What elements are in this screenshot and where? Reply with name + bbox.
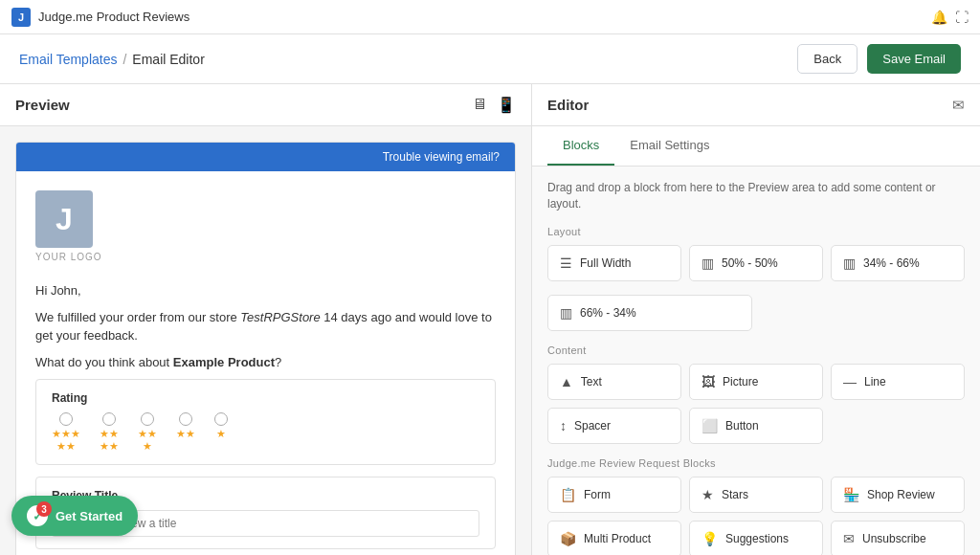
tab-blocks[interactable]: Blocks xyxy=(547,126,614,166)
greeting-text: Hi John, xyxy=(35,281,496,300)
logo-label: YOUR LOGO xyxy=(35,252,496,262)
block-stars-label: Stars xyxy=(722,488,748,501)
breadcrumb-link[interactable]: Email Templates xyxy=(19,52,117,67)
email-preview: Trouble viewing email? J YOUR LOGO Hi Jo… xyxy=(15,142,516,555)
preview-panel-header: Preview 🖥 📱 xyxy=(0,84,531,126)
stars-icon: ★ xyxy=(702,487,714,502)
content-section-label: Content xyxy=(547,344,965,356)
desktop-view-icon[interactable]: 🖥 xyxy=(472,96,487,114)
block-text[interactable]: ▲ Text xyxy=(547,364,681,400)
rating-option-3[interactable]: ★★★ xyxy=(138,412,157,453)
back-button[interactable]: Back xyxy=(797,44,858,74)
breadcrumb-current: Email Editor xyxy=(132,52,204,67)
layout-blocks-row2: ▥ 66% - 34% xyxy=(547,295,965,331)
block-spacer[interactable]: ↕ Spacer xyxy=(547,408,681,444)
notification-icon[interactable]: 🔔 xyxy=(931,10,947,25)
radio-5[interactable] xyxy=(59,412,73,426)
preview-view-toggles: 🖥 📱 xyxy=(472,96,516,114)
store-name: TestRPGStore xyxy=(240,310,320,324)
radio-2[interactable] xyxy=(179,412,192,426)
block-34-66-label: 34% - 66% xyxy=(863,256,920,270)
layout-section-label: Layout xyxy=(547,226,965,237)
email-logo-area: J YOUR LOGO xyxy=(16,171,515,281)
full-width-icon: ☰ xyxy=(560,255,572,271)
block-picture-label: Picture xyxy=(723,375,758,388)
body-text-2: What do you think about Example Product? xyxy=(35,353,496,372)
body-text-1: We fulfilled your order from our store T… xyxy=(35,308,496,345)
judgeme-section-label: Judge.me Review Request Blocks xyxy=(547,457,965,469)
block-multi-product[interactable]: 📦 Multi Product xyxy=(547,521,681,555)
block-text-label: Text xyxy=(581,375,602,388)
preview-content: Trouble viewing email? J YOUR LOGO Hi Jo… xyxy=(0,126,531,555)
top-bar-actions: 🔔 ⛶ xyxy=(931,10,969,25)
app-title: Judge.me Product Reviews xyxy=(38,10,189,24)
block-66-34-label: 66% - 34% xyxy=(580,306,636,320)
suggestions-icon: 💡 xyxy=(702,531,718,546)
rating-option-2[interactable]: ★★ xyxy=(176,412,195,440)
trouble-bar: Trouble viewing email? xyxy=(16,143,515,171)
block-form[interactable]: 📋 Form xyxy=(547,477,681,513)
stars-3: ★★★ xyxy=(138,428,157,453)
block-shop-review-label: Shop Review xyxy=(867,488,935,501)
rating-label: Rating xyxy=(52,391,479,405)
stars-1: ★ xyxy=(216,428,226,440)
block-unsubscribe[interactable]: ✉ Unsubscribe xyxy=(831,521,965,555)
breadcrumb: Email Templates / Email Editor xyxy=(19,52,205,67)
block-picture[interactable]: 🖼 Picture xyxy=(689,364,823,400)
product-name: Example Product xyxy=(173,355,275,369)
block-button[interactable]: ⬜ Button xyxy=(689,408,823,444)
button-icon: ⬜ xyxy=(702,418,718,433)
editor-title: Editor xyxy=(547,97,589,113)
top-bar: J Judge.me Product Reviews 🔔 ⛶ xyxy=(0,0,980,34)
radio-3[interactable] xyxy=(141,412,154,426)
header-actions: Back Save Email xyxy=(797,44,961,74)
main-layout: Preview 🖥 📱 Trouble viewing email? J YOU… xyxy=(0,84,980,555)
stars-2: ★★ xyxy=(176,428,195,440)
radio-4[interactable] xyxy=(102,412,116,426)
preview-panel: Preview 🖥 📱 Trouble viewing email? J YOU… xyxy=(0,84,532,555)
block-34-66[interactable]: ▥ 34% - 66% xyxy=(831,245,965,281)
line-icon: — xyxy=(843,374,857,389)
expand-icon[interactable]: ⛶ xyxy=(955,10,969,25)
tab-email-settings[interactable]: Email Settings xyxy=(614,126,724,166)
rating-option-1[interactable]: ★ xyxy=(214,412,228,440)
rating-option-5[interactable]: ★★★★★ xyxy=(52,412,80,453)
radio-1[interactable] xyxy=(214,412,228,426)
spacer-icon: ↕ xyxy=(560,418,567,433)
block-shop-review[interactable]: 🏪 Shop Review xyxy=(831,477,965,513)
form-icon: 📋 xyxy=(560,487,576,502)
save-email-button[interactable]: Save Email xyxy=(867,44,961,74)
block-line[interactable]: — Line xyxy=(831,364,965,400)
app-icon: J xyxy=(11,8,31,27)
mobile-view-icon[interactable]: 📱 xyxy=(497,96,516,114)
rating-options-row: ★★★★★ ★★★★ ★★★ xyxy=(52,412,479,453)
text-icon: ▲ xyxy=(560,374,573,389)
block-unsubscribe-label: Unsubscribe xyxy=(862,532,926,545)
logo-box: J xyxy=(35,190,93,248)
trouble-bar-text: Trouble viewing email? xyxy=(383,150,500,164)
50-50-icon: ▥ xyxy=(702,255,714,271)
unsubscribe-icon: ✉ xyxy=(843,531,855,546)
editor-panel: Editor ✉ Blocks Email Settings Drag and … xyxy=(532,84,980,555)
stars-5: ★★★★★ xyxy=(52,428,80,453)
block-full-width[interactable]: ☰ Full Width xyxy=(547,245,681,281)
preview-title: Preview xyxy=(15,97,70,113)
block-multi-product-label: Multi Product xyxy=(584,532,651,545)
block-line-label: Line xyxy=(864,375,886,388)
editor-email-icon[interactable]: ✉ xyxy=(952,97,965,114)
block-full-width-label: Full Width xyxy=(580,256,631,270)
66-34-icon: ▥ xyxy=(560,305,572,321)
block-suggestions[interactable]: 💡 Suggestions xyxy=(689,521,823,555)
block-button-label: Button xyxy=(725,419,759,433)
block-66-34[interactable]: ▥ 66% - 34% xyxy=(547,295,752,331)
block-stars[interactable]: ★ Stars xyxy=(689,477,823,513)
shop-review-icon: 🏪 xyxy=(843,487,859,502)
block-50-50[interactable]: ▥ 50% - 50% xyxy=(689,245,823,281)
stars-4: ★★★★ xyxy=(100,428,119,453)
block-50-50-label: 50% - 50% xyxy=(722,256,778,270)
editor-body: Drag and drop a block from here to the P… xyxy=(532,166,980,555)
rating-option-4[interactable]: ★★★★ xyxy=(100,412,119,453)
multi-product-icon: 📦 xyxy=(560,531,576,546)
block-suggestions-label: Suggestions xyxy=(725,532,789,545)
get-started-button[interactable]: ✓ 3 Get Started xyxy=(11,496,138,536)
